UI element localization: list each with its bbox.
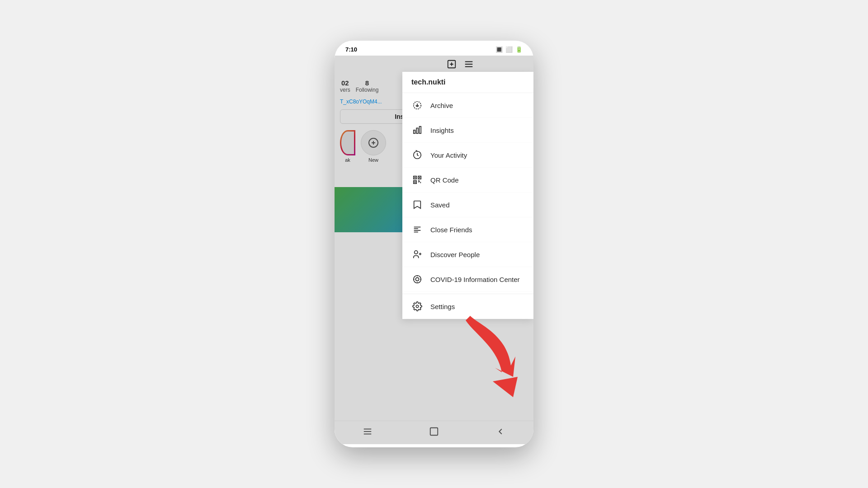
settings-icon xyxy=(411,300,423,312)
close-friends-label: Close Friends xyxy=(430,226,472,234)
status-time: 7:10 xyxy=(345,46,357,53)
covid-icon xyxy=(411,273,423,285)
dropdown-item-your-activity[interactable]: Your Activity xyxy=(402,143,533,168)
dropdown-item-settings[interactable]: Settings xyxy=(402,294,533,319)
covid-label: COVID-19 Information Center xyxy=(430,276,520,283)
svg-rect-23 xyxy=(415,182,416,183)
activity-icon xyxy=(411,149,423,161)
main-content: 02 vers 8 Following T_xC8oYOqM4... Insig… xyxy=(335,56,533,444)
signal-icon: ⬜ xyxy=(505,46,513,53)
vibrate-icon: 🔳 xyxy=(495,46,503,53)
svg-rect-14 xyxy=(414,130,415,133)
phone-container: 7:10 🔳 ⬜ 🔋 xyxy=(335,41,533,447)
dropdown-item-close-friends[interactable]: Close Friends xyxy=(402,217,533,242)
dropdown-item-insights[interactable]: Insights xyxy=(402,118,533,143)
insights-label: Insights xyxy=(430,127,454,134)
svg-point-33 xyxy=(415,251,418,254)
svg-point-36 xyxy=(414,276,421,283)
dropdown-item-qr-code[interactable]: QR Code xyxy=(402,168,533,192)
dropdown-item-covid[interactable]: COVID-19 Information Center xyxy=(402,267,533,292)
discover-people-icon xyxy=(411,249,423,260)
dropdown-item-discover-people[interactable]: Discover People xyxy=(402,242,533,267)
status-icons: 🔳 ⬜ 🔋 xyxy=(495,46,523,53)
qr-code-label: QR Code xyxy=(430,176,459,184)
dropdown-username: tech.nukti xyxy=(402,72,533,93)
saved-label: Saved xyxy=(430,201,450,209)
insights-icon xyxy=(411,124,423,136)
svg-point-42 xyxy=(416,305,419,308)
dropdown-item-archive[interactable]: Archive xyxy=(402,93,533,118)
discover-people-label: Discover People xyxy=(430,251,480,258)
dropdown-menu: tech.nukti Archive xyxy=(402,72,533,319)
your-activity-label: Your Activity xyxy=(430,151,467,159)
archive-icon xyxy=(411,99,423,111)
svg-rect-21 xyxy=(415,177,416,178)
svg-rect-22 xyxy=(419,177,420,178)
battery-icon: 🔋 xyxy=(515,46,523,53)
svg-rect-16 xyxy=(420,127,421,134)
qr-code-icon xyxy=(411,174,423,186)
svg-rect-15 xyxy=(416,128,418,133)
close-friends-icon xyxy=(411,224,423,235)
settings-label: Settings xyxy=(430,303,455,310)
saved-icon xyxy=(411,199,423,211)
svg-point-37 xyxy=(415,277,419,281)
status-bar: 7:10 🔳 ⬜ 🔋 xyxy=(335,41,533,56)
archive-label: Archive xyxy=(430,102,453,109)
dropdown-item-saved[interactable]: Saved xyxy=(402,192,533,217)
